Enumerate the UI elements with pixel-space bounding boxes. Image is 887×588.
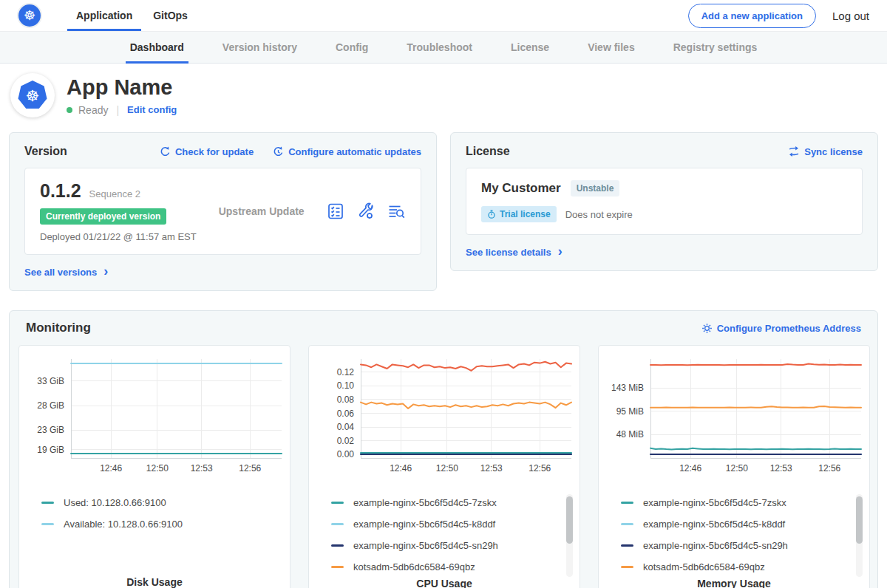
legend-dash-icon <box>331 523 344 525</box>
legend-item: example-nginx-5bc6f5d4c5-7zskx <box>621 492 844 513</box>
charts-row: 19 GiB23 GiB28 GiB33 GiB12:4612:5012:531… <box>18 345 869 588</box>
legend-label: Used: 10.128.0.66:9100 <box>64 497 166 508</box>
legend-scrollbar[interactable] <box>856 494 863 577</box>
subnav-tab-config[interactable]: Config <box>316 32 387 63</box>
helm-wheel-icon: ☸ <box>24 9 35 22</box>
monitoring-panel: Monitoring Configure Prometheus Address … <box>9 310 878 588</box>
see-all-versions-link[interactable]: See all versions › <box>24 265 108 278</box>
see-all-versions-label: See all versions <box>24 267 97 278</box>
check-for-update-label: Check for update <box>175 146 254 157</box>
disk-usage-legend: Used: 10.128.0.66:9100Available: 10.128.… <box>19 492 290 535</box>
subnav-tab-troubleshoot[interactable]: Troubleshoot <box>387 32 492 63</box>
subnav-tab-license[interactable]: License <box>492 32 568 63</box>
license-expiry: Does not expire <box>565 209 633 220</box>
svg-text:12:53: 12:53 <box>770 463 792 474</box>
svg-text:0.08: 0.08 <box>337 394 355 405</box>
legend-dash-icon <box>621 544 633 547</box>
subnav-tabs: DashboardVersion historyConfigTroublesho… <box>111 32 777 63</box>
license-title: License <box>466 145 510 158</box>
svg-text:0.06: 0.06 <box>337 408 355 419</box>
svg-text:48 MiB: 48 MiB <box>616 429 644 440</box>
kubernetes-logo-icon[interactable]: ☸ <box>18 4 41 27</box>
subnav-tab-view-files[interactable]: View files <box>568 32 654 63</box>
legend-dash-icon <box>621 502 633 504</box>
legend-dash-icon <box>331 566 344 568</box>
legend-item: example-nginx-5bc6f5d4c5-k8ddf <box>621 513 844 535</box>
legend-dash-icon <box>621 566 633 568</box>
memory-usage-chart-card: 48 MiB95 MiB143 MiB12:4612:5012:5312:56 … <box>598 345 870 588</box>
chart-title: CPU Usage <box>309 578 580 588</box>
chart-title: Disk Usage <box>19 576 290 588</box>
monitoring-title: Monitoring <box>26 321 91 335</box>
clock-refresh-icon <box>273 146 284 157</box>
legend-scrollbar[interactable] <box>566 494 573 577</box>
svg-text:12:46: 12:46 <box>100 463 122 474</box>
nav-tab-application[interactable]: Application <box>76 0 132 31</box>
legend-scrollbar-thumb[interactable] <box>856 496 863 544</box>
status-dot-icon <box>67 107 72 113</box>
version-card-header: Version Check for update Configure au <box>24 145 421 158</box>
app-title: App Name <box>67 75 177 100</box>
view-logs-icon[interactable] <box>387 202 406 220</box>
legend-dash-icon <box>331 544 344 547</box>
subnav-tab-version-history[interactable]: Version history <box>203 32 316 63</box>
deployed-badge: Currently deployed version <box>40 208 166 225</box>
legend-item: example-nginx-5bc6f5d4c5-sn29h <box>331 535 554 556</box>
disk-usage-chart-card: 19 GiB23 GiB28 GiB33 GiB12:4612:5012:531… <box>18 345 290 588</box>
configure-auto-updates-label: Configure automatic updates <box>288 146 421 157</box>
svg-text:12:56: 12:56 <box>239 463 261 474</box>
edit-config-link[interactable]: Edit config <box>127 104 177 115</box>
subnav-tab-registry-settings[interactable]: Registry settings <box>654 32 777 63</box>
svg-text:143 MiB: 143 MiB <box>611 383 644 393</box>
edit-config-icon[interactable] <box>357 202 375 220</box>
configure-prometheus-link[interactable]: Configure Prometheus Address <box>701 323 861 334</box>
app-status-row: Ready | Edit config <box>67 104 177 116</box>
legend-item: kotsadm-5db6dc6584-69qbz <box>331 556 554 578</box>
app-header: ☸ App Name Ready | Edit config <box>0 64 887 128</box>
see-license-details-link[interactable]: See license details › <box>466 245 563 259</box>
refresh-icon <box>160 146 171 157</box>
svg-text:0.04: 0.04 <box>337 422 355 432</box>
status-text: Ready <box>78 104 108 116</box>
customer-name: My Customer <box>481 181 561 196</box>
logout-button[interactable]: Log out <box>832 10 869 22</box>
nav-tab-gitops[interactable]: GitOps <box>153 0 188 31</box>
configure-auto-updates-link[interactable]: Configure automatic updates <box>273 146 421 157</box>
svg-text:12:50: 12:50 <box>726 463 748 474</box>
top-nav: ☸ ApplicationGitOps Add a new applicatio… <box>0 0 887 31</box>
disk-usage-chart: 19 GiB23 GiB28 GiB33 GiB12:4612:5012:531… <box>25 353 284 482</box>
legend-label: kotsadm-5db6dc6584-69qbz <box>643 561 765 572</box>
legend-label: Available: 10.128.0.66:9100 <box>64 519 183 530</box>
legend-label: example-nginx-5bc6f5d4c5-k8ddf <box>353 519 495 530</box>
subnav-tab-dashboard[interactable]: Dashboard <box>111 32 203 63</box>
legend-dash-icon <box>41 523 54 525</box>
legend-scrollbar-thumb[interactable] <box>566 496 573 544</box>
cpu-usage-legend: example-nginx-5bc6f5d4c5-7zskxexample-ng… <box>309 492 580 578</box>
see-license-details-label: See license details <box>466 247 551 258</box>
app-avatar: ☸ <box>10 73 55 117</box>
legend-label: kotsadm-5db6dc6584-69qbz <box>353 561 475 572</box>
version-number: 0.1.2 <box>40 180 81 202</box>
legend-label: example-nginx-5bc6f5d4c5-sn29h <box>643 540 788 551</box>
sync-license-link[interactable]: Sync license <box>788 146 863 157</box>
license-box: My Customer Unstable Trial license Does … <box>466 168 863 235</box>
add-application-button[interactable]: Add a new application <box>688 4 816 28</box>
divider: | <box>116 104 119 116</box>
svg-text:0.02: 0.02 <box>337 436 355 446</box>
legend-item: kotsadm-5db6dc6584-69qbz <box>621 556 844 578</box>
svg-text:0.00: 0.00 <box>337 449 355 459</box>
preflight-checks-icon[interactable] <box>327 202 344 220</box>
license-type-badge: Trial license <box>481 206 557 222</box>
cards-row: Version Check for update Configure au <box>9 132 878 291</box>
check-for-update-link[interactable]: Check for update <box>160 146 254 157</box>
svg-text:33 GiB: 33 GiB <box>37 376 64 386</box>
sync-icon <box>788 146 800 157</box>
version-links: Check for update Configure automatic upd… <box>160 146 421 157</box>
channel-badge: Unstable <box>571 180 620 196</box>
svg-text:12:46: 12:46 <box>390 463 412 474</box>
license-card: License Sync license My Customer Unstabl… <box>450 132 878 271</box>
version-title: Version <box>24 145 67 158</box>
svg-text:12:53: 12:53 <box>191 463 213 474</box>
cpu-usage-chart: 0.000.020.040.060.080.100.1212:4612:5012… <box>315 353 574 482</box>
legend-label: example-nginx-5bc6f5d4c5-7zskx <box>643 497 786 508</box>
